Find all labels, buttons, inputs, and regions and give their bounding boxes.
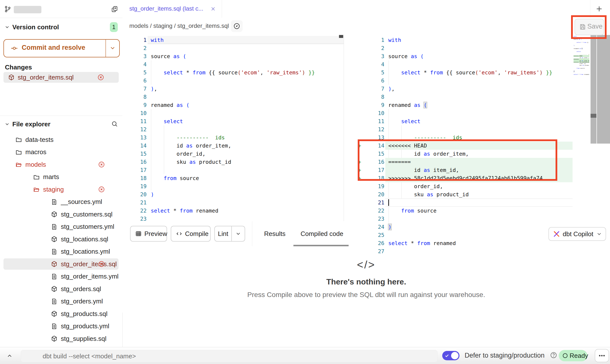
- search-icon[interactable]: [111, 120, 118, 128]
- discard-change-icon[interactable]: [98, 186, 105, 193]
- file-item[interactable]: stg_customers.yml: [0, 221, 122, 233]
- left-pane-scrollbar-thumb[interactable]: [339, 35, 343, 38]
- git-branch-icon[interactable]: [4, 5, 11, 13]
- new-tab-plus-icon[interactable]: [595, 5, 603, 13]
- compile-button[interactable]: Compile: [171, 226, 211, 242]
- code-line[interactable]: 20): [122, 190, 344, 199]
- code-line[interactable]: 2: [122, 44, 344, 52]
- chevron-down-icon[interactable]: [4, 121, 10, 127]
- code-line[interactable]: 19 order_id,: [344, 182, 573, 190]
- code-line[interactable]: 8: [122, 93, 344, 101]
- defer-toggle[interactable]: [442, 351, 459, 360]
- chevron-up-icon[interactable]: [6, 353, 13, 359]
- discard-change-icon[interactable]: [98, 161, 105, 168]
- scrollbar-thumb[interactable]: [591, 114, 596, 118]
- status-badge[interactable]: Ready: [559, 350, 587, 361]
- file-item[interactable]: data-tests: [0, 133, 122, 146]
- code-line[interactable]: 14 id as order_item,: [122, 142, 344, 150]
- close-icon[interactable]: [210, 6, 216, 12]
- code-line[interactable]: 11 select: [122, 117, 344, 125]
- code-line[interactable]: 7),: [344, 85, 573, 93]
- code-line[interactable]: 3source as (: [122, 52, 344, 60]
- dbt-copilot-button[interactable]: dbt Copilot: [548, 227, 606, 241]
- code-line[interactable]: 22select * from renamed: [122, 207, 344, 215]
- file-item[interactable]: stg_order_items.sql: [0, 258, 122, 270]
- file-item[interactable]: stg_products.yml: [0, 320, 122, 333]
- code-line[interactable]: 8: [344, 93, 573, 101]
- tab-compiled-code[interactable]: Compiled code: [301, 230, 343, 238]
- code-line[interactable]: 4: [344, 60, 573, 68]
- file-item[interactable]: stg_locations.yml: [0, 246, 122, 258]
- code-line[interactable]: 10: [122, 109, 344, 117]
- code-line[interactable]: 3source as (: [344, 52, 573, 60]
- code-line[interactable]: 1with: [344, 36, 573, 44]
- file-item[interactable]: marts: [0, 171, 122, 183]
- commit-options-chevron-icon[interactable]: [109, 45, 116, 51]
- file-item[interactable]: stg_customers.sql: [0, 208, 122, 221]
- code-line[interactable]: 9renamed as (: [122, 101, 344, 109]
- code-line[interactable]: 15 order_id,: [122, 150, 344, 158]
- file-item[interactable]: __sources.yml: [0, 196, 122, 208]
- code-line[interactable]: 19: [122, 182, 344, 190]
- code-line[interactable]: 5 select * from {{ source('ecom', 'raw_i…: [344, 68, 573, 77]
- code-line[interactable]: 2: [344, 44, 573, 52]
- file-item[interactable]: stg_supplies.sql: [0, 332, 122, 345]
- code-line[interactable]: 11 select: [344, 117, 573, 125]
- editor-scrollbar[interactable]: [591, 35, 596, 144]
- code-line[interactable]: 18 from source: [122, 174, 344, 182]
- file-item[interactable]: macros: [0, 146, 122, 159]
- chevron-down-icon[interactable]: [4, 24, 10, 30]
- code-line[interactable]: 21: [122, 199, 344, 207]
- changes-count-badge: 1: [110, 22, 118, 32]
- file-item[interactable]: stg_locations.sql: [0, 233, 122, 246]
- file-item[interactable]: stg_orders.yml: [0, 295, 122, 308]
- code-line[interactable]: 9renamed as (: [344, 101, 573, 109]
- file-explorer-header[interactable]: File explorer: [0, 119, 122, 130]
- minimap[interactable]: withsource as ( select * from {{ source(…: [574, 35, 589, 77]
- version-control-header[interactable]: Version control 1: [0, 22, 122, 32]
- file-item[interactable]: stg_order_items.yml: [0, 270, 122, 283]
- code-line[interactable]: +18>>>>>>> 58c1dd23d5eebd9cd2495fa7124ab…: [344, 174, 573, 182]
- code-line[interactable]: 15 id as order_item,: [344, 150, 573, 158]
- help-icon[interactable]: [550, 351, 557, 359]
- lint-options-chevron-icon[interactable]: [232, 231, 245, 237]
- code-line[interactable]: 4: [122, 60, 344, 68]
- code-line[interactable]: +14<<<<<<< HEAD: [344, 142, 573, 150]
- preview-button[interactable]: Preview: [130, 226, 167, 242]
- branch-name-placeholder[interactable]: [14, 6, 41, 13]
- code-line[interactable]: 12: [344, 125, 573, 133]
- lineage-compass-icon[interactable]: [231, 20, 243, 32]
- changed-file-item[interactable]: stg_order_items.sql: [3, 72, 119, 83]
- code-line[interactable]: 16 sku as product_id: [122, 158, 344, 166]
- save-button[interactable]: Save: [575, 19, 604, 35]
- more-options-button[interactable]: [595, 349, 609, 362]
- file-item[interactable]: stg_orders.sql: [0, 283, 122, 295]
- tab-results[interactable]: Results: [264, 230, 286, 238]
- code-line[interactable]: 6: [344, 77, 573, 85]
- commit-and-resolve-button[interactable]: Commit and resolve: [3, 39, 120, 57]
- code-line[interactable]: 10: [344, 109, 573, 117]
- discard-change-icon[interactable]: [98, 261, 105, 267]
- code-line[interactable]: 21: [344, 199, 573, 207]
- panel-scrollbar[interactable]: [597, 35, 610, 144]
- code-line[interactable]: +17 id as item_id,: [344, 166, 573, 174]
- code-line[interactable]: 13 ---------- ids: [122, 133, 344, 142]
- code-line[interactable]: 6: [122, 77, 344, 85]
- code-line[interactable]: 22 from source: [344, 207, 573, 215]
- file-item[interactable]: stg_products.sql: [0, 308, 122, 320]
- code-line[interactable]: 17: [122, 166, 344, 174]
- code-line[interactable]: +16=======: [344, 158, 573, 166]
- command-input[interactable]: [21, 350, 438, 362]
- tab-stg-order-items[interactable]: stg_order_items.sql (last c...: [122, 0, 222, 18]
- file-item[interactable]: models: [0, 158, 122, 171]
- code-line[interactable]: 1with: [122, 36, 344, 44]
- code-line[interactable]: 13 ---------- ids: [344, 133, 573, 142]
- copy-icon[interactable]: [111, 5, 118, 13]
- code-line[interactable]: 7),: [122, 85, 344, 93]
- code-line[interactable]: 20 sku as product_id: [344, 190, 573, 199]
- file-item[interactable]: staging: [0, 183, 122, 196]
- discard-change-icon[interactable]: [97, 74, 104, 81]
- lint-button[interactable]: Lint: [214, 226, 245, 242]
- code-line[interactable]: 5 select * from {{ source('ecom', 'raw_i…: [122, 68, 344, 77]
- code-line[interactable]: 12: [122, 125, 344, 133]
